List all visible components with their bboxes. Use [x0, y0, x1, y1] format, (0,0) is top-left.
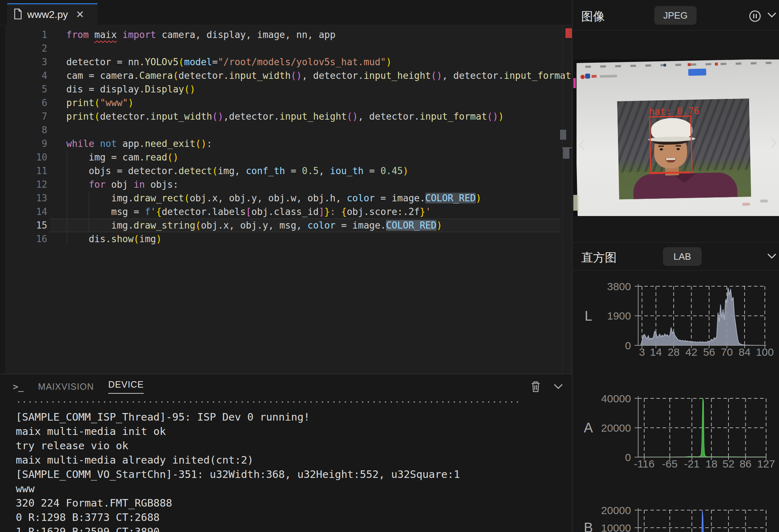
- svg-text:127: 127: [757, 458, 775, 470]
- editor-tab-bar: www2.py ✕: [0, 0, 572, 25]
- line-number: 12: [0, 178, 47, 191]
- svg-text:L: L: [584, 308, 592, 323]
- histogram-section-header: 直方图 LAB: [573, 242, 779, 270]
- svg-text:52: 52: [722, 458, 734, 470]
- code-line[interactable]: 11 objs = detector.detect(img, conf_th =…: [0, 164, 408, 178]
- chevron-down-icon[interactable]: [553, 383, 563, 391]
- pause-icon[interactable]: [749, 10, 761, 24]
- histogram-l: 0190038003142842567084100L: [573, 272, 779, 362]
- line-number: 14: [0, 205, 47, 219]
- desk-object: [573, 195, 579, 211]
- terminal-output-line: try release vio ok: [16, 438, 460, 453]
- photographed-screen: hat: 0.76: [574, 59, 779, 216]
- code-line[interactable]: 10 img = cam.read(): [0, 150, 178, 164]
- right-panel: 图像 JPEG: [572, 0, 779, 532]
- site-logo: [580, 75, 585, 79]
- terminal-output: [SAMPLE_COMM_ISP_Thread]-95: ISP Dev 0 r…: [16, 410, 460, 532]
- code-line[interactable]: 1from maix import camera, display, image…: [0, 28, 335, 42]
- chevron-left-icon[interactable]: [578, 139, 586, 153]
- highlight-marker: [560, 130, 566, 140]
- trash-icon[interactable]: [530, 380, 541, 394]
- code-line[interactable]: 6print("www"): [0, 96, 134, 110]
- terminal-output-line: 0 R:1298 B:3773 CT:2688: [16, 510, 460, 524]
- editor-tab[interactable]: www2.py ✕: [7, 3, 97, 25]
- code-line[interactable]: 16 dis.show(img): [0, 232, 162, 246]
- code-line[interactable]: 4cam = camera.Camera(detector.input_widt…: [0, 69, 572, 82]
- svg-text:86: 86: [740, 458, 751, 470]
- code-line[interactable]: 12 for obj in objs:: [0, 178, 178, 191]
- pink-object: [573, 78, 576, 88]
- screen-smudge: [760, 200, 768, 202]
- line-number: 7: [0, 110, 47, 123]
- svg-text:A: A: [584, 420, 593, 435]
- terminal-output-line: maix multi-media already inited(cnt:2): [16, 453, 460, 467]
- terminal-output-line: [SAMPLE_COMM_VO_StartChn]-351: u32Width:…: [16, 467, 460, 481]
- code-line[interactable]: 15 img.draw_string(obj.x, obj.y, msg, co…: [0, 219, 442, 232]
- line-number: 15: [0, 219, 47, 232]
- browser-bookmarks-row: [585, 62, 771, 68]
- line-number: 2: [0, 42, 47, 55]
- tab-maixvision[interactable]: MAIXVISION: [38, 382, 94, 392]
- tab-device[interactable]: DEVICE: [108, 379, 144, 394]
- code-line[interactable]: 2: [0, 42, 66, 55]
- svg-text:20000: 20000: [601, 504, 631, 516]
- histogram-b: 01000020000-116-65-21185286127B: [573, 498, 779, 532]
- line-number: 1: [0, 28, 47, 42]
- error-marker: [565, 28, 572, 38]
- terminal-output-line: 320 224 Format.FMT_RGB888: [16, 496, 460, 510]
- svg-text:-65: -65: [662, 458, 678, 470]
- site-logo: [585, 73, 590, 78]
- code-line[interactable]: 7print(detector.input_width(),detector.i…: [0, 110, 504, 123]
- jpeg-format-button[interactable]: JPEG: [654, 6, 697, 25]
- page-heading-text: [600, 75, 617, 78]
- svg-text:84: 84: [739, 346, 750, 358]
- line-number: 8: [0, 123, 47, 137]
- svg-text:0: 0: [625, 451, 631, 463]
- svg-text:20000: 20000: [601, 422, 631, 434]
- svg-text:100: 100: [756, 346, 774, 358]
- line-number: 4: [0, 69, 47, 82]
- svg-text:42: 42: [685, 346, 697, 358]
- chevron-right-icon[interactable]: [770, 137, 778, 150]
- terminal-panel: >_ MAIXVISION DEVICE [SAMPLE_COMM_ISP_Th…: [0, 374, 572, 532]
- code-line[interactable]: 3detector = nn.YOLOv5(model="/root/model…: [0, 55, 392, 69]
- line-number: 11: [0, 164, 47, 178]
- line-number: 6: [0, 96, 47, 110]
- site-logo-text: [592, 75, 597, 78]
- detection-label: hat: 0.76: [649, 105, 699, 117]
- code-line[interactable]: 13 img.draw_rect(obj.x, obj.y, obj.w, ob…: [0, 191, 481, 205]
- svg-text:3: 3: [639, 346, 645, 358]
- highlight-marker: [563, 148, 569, 159]
- tab-filename: www2.py: [27, 9, 68, 20]
- svg-text:-21: -21: [684, 458, 699, 470]
- detection-bbox: [649, 115, 692, 174]
- svg-text:1900: 1900: [607, 310, 631, 322]
- histogram-a: 02000040000-116-65-21185286127A: [573, 387, 779, 473]
- terminal-output-line: maix multi-media init ok: [16, 424, 460, 438]
- line-number: 13: [0, 191, 47, 205]
- bookmark-icon: [688, 63, 690, 66]
- line-number: 10: [0, 150, 47, 164]
- screen-smudge: [742, 203, 750, 206]
- line-number: 5: [0, 82, 47, 96]
- editor-pane: www2.py ✕ 1from maix import camera, disp…: [0, 0, 572, 532]
- terminal-separator: [16, 401, 518, 403]
- chevron-down-icon[interactable]: [767, 12, 777, 20]
- lab-mode-button[interactable]: LAB: [663, 247, 702, 266]
- code-line[interactable]: 8: [0, 123, 66, 137]
- code-editor[interactable]: 1from maix import camera, display, image…: [0, 25, 572, 374]
- overview-ruler: [562, 25, 563, 374]
- svg-text:-116: -116: [634, 458, 655, 470]
- code-line[interactable]: 9while not app.need_exit():: [0, 137, 212, 150]
- image-section-title: 图像: [581, 9, 605, 25]
- close-icon[interactable]: ✕: [76, 10, 84, 20]
- histogram-section-title: 直方图: [581, 250, 617, 266]
- line-number: 9: [0, 137, 47, 150]
- detection-photo: hat: 0.76: [617, 99, 751, 200]
- code-line[interactable]: 5dis = display.Display(): [0, 82, 195, 96]
- svg-text:B: B: [584, 520, 593, 532]
- terminal-output-line: www: [16, 481, 460, 496]
- terminal-output-line: [SAMPLE_COMM_ISP_Thread]-95: ISP Dev 0 r…: [16, 410, 460, 424]
- code-line[interactable]: 14 msg = f'{detector.labels[obj.class_id…: [0, 205, 431, 219]
- chevron-down-icon[interactable]: [767, 253, 777, 261]
